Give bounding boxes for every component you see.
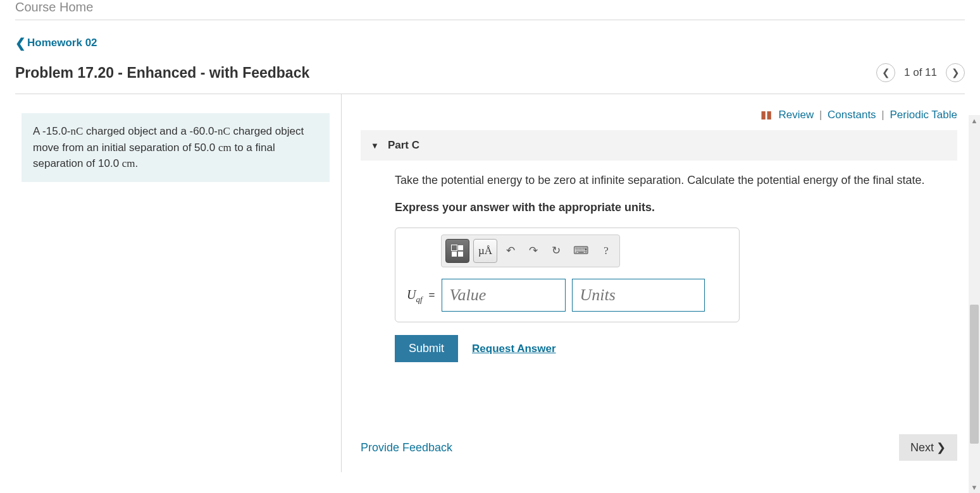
chevron-left-icon: ❮ xyxy=(882,67,890,78)
request-answer-link[interactable]: Request Answer xyxy=(472,341,556,357)
chevron-down-icon: ▼ xyxy=(371,141,379,150)
part-instruction: Take the potential energy to be zero at … xyxy=(395,172,951,189)
chevron-right-icon: ❯ xyxy=(952,67,960,78)
redo-button[interactable]: ↷ xyxy=(524,239,543,263)
undo-icon: ↶ xyxy=(506,243,515,259)
next-button[interactable]: Next ❯ xyxy=(899,434,957,461)
units-input[interactable] xyxy=(572,279,705,312)
periodic-table-link[interactable]: Periodic Table xyxy=(890,109,957,121)
text: charged object and a -60.0- xyxy=(83,125,218,137)
chevron-left-icon: ❮ xyxy=(15,35,26,51)
separator: | xyxy=(819,109,822,121)
provide-feedback-link[interactable]: Provide Feedback xyxy=(361,441,452,454)
units-instruction: Express your answer with the appropriate… xyxy=(395,199,951,216)
keyboard-button[interactable]: ⌨ xyxy=(569,239,593,263)
unit: cm xyxy=(122,157,135,169)
resource-links: ▮▮ Review | Constants | Periodic Table xyxy=(361,108,957,121)
scroll-thumb[interactable] xyxy=(970,305,979,444)
text: . xyxy=(135,157,139,169)
text: A -15.0- xyxy=(33,125,71,137)
chevron-right-icon: ❯ xyxy=(936,441,946,454)
scrollbar[interactable]: ▲ ▼ xyxy=(969,115,980,493)
unit: nC xyxy=(218,125,230,137)
separator: | xyxy=(881,109,884,121)
part-header[interactable]: ▼ Part C xyxy=(361,130,957,161)
review-link[interactable]: Review xyxy=(778,109,814,121)
templates-button[interactable] xyxy=(445,239,469,263)
templates-icon xyxy=(452,245,463,257)
redo-icon: ↷ xyxy=(529,243,538,259)
scroll-up-button[interactable]: ▲ xyxy=(969,115,980,126)
pager-text: 1 of 11 xyxy=(904,66,937,79)
value-input[interactable] xyxy=(442,279,566,312)
next-label: Next xyxy=(910,441,934,454)
units-symbol-button[interactable]: µÅ xyxy=(473,239,497,263)
back-link-label: Homework 02 xyxy=(27,37,97,49)
answer-panel: µÅ ↶ ↷ ↻ ⌨ ? xyxy=(395,228,740,322)
course-home-breadcrumb[interactable]: Course Home xyxy=(0,0,980,20)
answer-toolbar: µÅ ↶ ↷ ↻ ⌨ ? xyxy=(441,234,620,267)
constants-link[interactable]: Constants xyxy=(828,109,876,121)
unit: cm xyxy=(218,142,232,154)
problem-statement-panel: A -15.0-nC charged object and a -60.0-nC… xyxy=(15,94,342,472)
problem-statement: A -15.0-nC charged object and a -60.0-nC… xyxy=(22,113,330,182)
part-label: Part C xyxy=(388,139,419,152)
book-icon: ▮▮ xyxy=(760,109,772,121)
reset-icon: ↻ xyxy=(552,243,561,259)
answer-input-row: Uqf = xyxy=(402,279,733,312)
back-link[interactable]: ❮ Homework 02 xyxy=(15,35,97,51)
undo-button[interactable]: ↶ xyxy=(501,239,520,263)
submit-button[interactable]: Submit xyxy=(395,335,458,362)
variable-label: Uqf xyxy=(407,285,423,306)
variable-main: U xyxy=(407,288,416,301)
variable-sub: qf xyxy=(416,295,422,304)
help-button[interactable]: ? xyxy=(597,239,616,263)
pager: ❮ 1 of 11 ❯ xyxy=(876,63,965,82)
prev-problem-button[interactable]: ❮ xyxy=(876,63,895,82)
problem-title: Problem 17.20 - Enhanced - with Feedback xyxy=(15,64,309,82)
scroll-down-button[interactable]: ▼ xyxy=(969,482,980,493)
equals-sign: = xyxy=(429,287,435,303)
unit: nC xyxy=(71,125,84,137)
keyboard-icon: ⌨ xyxy=(573,243,589,259)
reset-button[interactable]: ↻ xyxy=(547,239,566,263)
next-problem-button[interactable]: ❯ xyxy=(946,63,965,82)
